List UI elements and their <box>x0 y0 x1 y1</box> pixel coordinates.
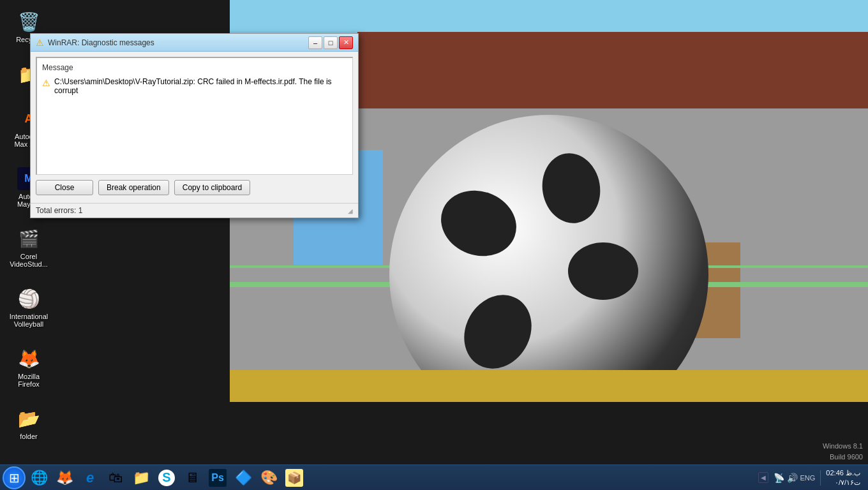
taskbar-firefox[interactable]: 🦊 <box>52 466 77 489</box>
dialog-title-text: WinRAR: Diagnostic messages <box>48 38 308 47</box>
dialog-titlebar[interactable]: ⚠ WinRAR: Diagnostic messages – □ ✕ <box>31 34 358 52</box>
taskbar-explorer[interactable]: 📁 <box>129 466 153 489</box>
ball-panel <box>568 242 638 300</box>
folder-bottom-icon: 📂 <box>16 406 41 431</box>
ball-panel <box>537 149 606 228</box>
icon-corel[interactable]: 🎬 CorelVideoStud... <box>6 223 51 271</box>
dialog-body: Message ⚠ C:\Users\amin\Desktop\V-RayTut… <box>31 52 358 203</box>
explorer-icon: 📁 <box>133 470 150 486</box>
message-area: Message ⚠ C:\Users\amin\Desktop\V-RayTut… <box>36 57 353 175</box>
clock-time: 02:46 ب.ظ <box>826 468 860 477</box>
photoshop-icon: Ps <box>209 469 227 487</box>
windows-info: Windows 8.1 Build 9600 <box>823 441 863 462</box>
copy-clipboard-button[interactable]: Copy to clipboard <box>174 180 250 195</box>
icon-folder-bottom[interactable]: 📂 folder <box>6 403 51 443</box>
taskbar-store[interactable]: 🛍 <box>103 466 128 489</box>
icon-firefox[interactable]: 🦊 MozillaFirefox <box>6 343 51 390</box>
taskbar-winrar[interactable]: 📦 <box>282 466 306 489</box>
resize-handle[interactable]: ◢ <box>348 207 353 214</box>
paint-icon: 🎨 <box>260 470 278 486</box>
icon-label-folder-bottom: folder <box>20 433 38 440</box>
network-icon[interactable]: 📡 <box>774 473 784 483</box>
ie-icon: e <box>86 470 94 486</box>
close-button[interactable]: Close <box>36 180 93 195</box>
clock-area[interactable]: 02:46 ب.ظ ت٠/۷/۱۶ <box>826 468 860 487</box>
winrar-icon: 📦 <box>285 469 303 487</box>
ball-panel <box>451 283 545 381</box>
maximize-button[interactable]: □ <box>324 36 338 49</box>
taskbar-paint[interactable]: 🎨 <box>257 466 281 489</box>
icon-label-volleyball: InternationalVolleyball <box>10 313 49 328</box>
taskbar: ⊞ 🌐 🦊 e 🛍 📁 S 🖥 Ps 🔷 🎨 <box>0 464 868 490</box>
close-window-button[interactable]: ✕ <box>339 36 353 49</box>
unknown1-icon: 🖥 <box>185 470 199 486</box>
tray-expand-button[interactable]: ◀ <box>758 472 768 483</box>
store-icon: 🛍 <box>108 470 123 486</box>
break-operation-button[interactable]: Break operation <box>98 180 169 195</box>
taskbar-photoshop[interactable]: Ps <box>206 466 230 489</box>
system-tray: ◀ 📡 🔊 ENG 02:46 ب.ظ ت٠/۷/۱۶ <box>753 465 866 490</box>
ball-panel <box>432 180 526 266</box>
firefox-icon: 🦊 <box>16 346 41 371</box>
start-button[interactable]: ⊞ <box>3 466 26 489</box>
dialog-title-icon: ⚠ <box>36 38 44 48</box>
start-icon: ⊞ <box>9 470 20 486</box>
3d-icon: 🔷 <box>235 470 252 486</box>
taskbar-3d[interactable]: 🔷 <box>231 466 255 489</box>
windows-build: Build 9600 <box>823 452 863 463</box>
tray-icons: 📡 🔊 ENG <box>774 473 816 483</box>
icon-label-firefox: MozillaFirefox <box>18 373 40 388</box>
message-header: Message <box>42 63 347 72</box>
status-text: Total errors: 1 <box>36 206 82 215</box>
chrome-icon: 🌐 <box>31 470 48 486</box>
language-icon[interactable]: ENG <box>800 474 816 482</box>
message-row: ⚠ C:\Users\amin\Desktop\V-RayTutorial.zi… <box>42 77 347 95</box>
taskbar-firefox-icon: 🦊 <box>56 470 73 486</box>
warning-icon: ⚠ <box>42 78 50 88</box>
windows-version: Windows 8.1 <box>823 441 863 452</box>
taskbar-unknown1[interactable]: 🖥 <box>180 466 204 489</box>
status-bar: Total errors: 1 ◢ <box>31 203 358 218</box>
taskbar-chrome[interactable]: 🌐 <box>27 466 51 489</box>
icon-label-corel: CorelVideoStud... <box>10 253 48 268</box>
field-stripe <box>230 370 868 402</box>
recycle-bin-icon: 🗑️ <box>16 9 41 34</box>
dialog-controls: – □ ✕ <box>308 36 353 49</box>
clock-date: ت٠/۷/۱۶ <box>835 478 860 487</box>
volleyball-icon: 🏐 <box>16 286 41 311</box>
tray-separator <box>820 470 821 486</box>
taskbar-skype[interactable]: S <box>154 466 179 489</box>
volume-icon[interactable]: 🔊 <box>787 473 798 483</box>
desktop: 🗑️ Recyc... 📁 A Autode...Max 20... M Aut… <box>0 0 868 490</box>
dialog-buttons: Close Break operation Copy to clipboard <box>36 175 353 198</box>
roof <box>357 32 868 108</box>
skype-icon: S <box>158 470 175 486</box>
icon-volleyball[interactable]: 🏐 InternationalVolleyball <box>6 283 51 330</box>
message-content: C:\Users\amin\Desktop\V-RayTutorial.zip:… <box>54 77 347 95</box>
taskbar-ie[interactable]: e <box>78 466 102 489</box>
corel-icon: 🎬 <box>16 226 41 251</box>
winrar-dialog: ⚠ WinRAR: Diagnostic messages – □ ✕ Mess… <box>30 33 359 218</box>
minimize-button[interactable]: – <box>308 36 322 49</box>
